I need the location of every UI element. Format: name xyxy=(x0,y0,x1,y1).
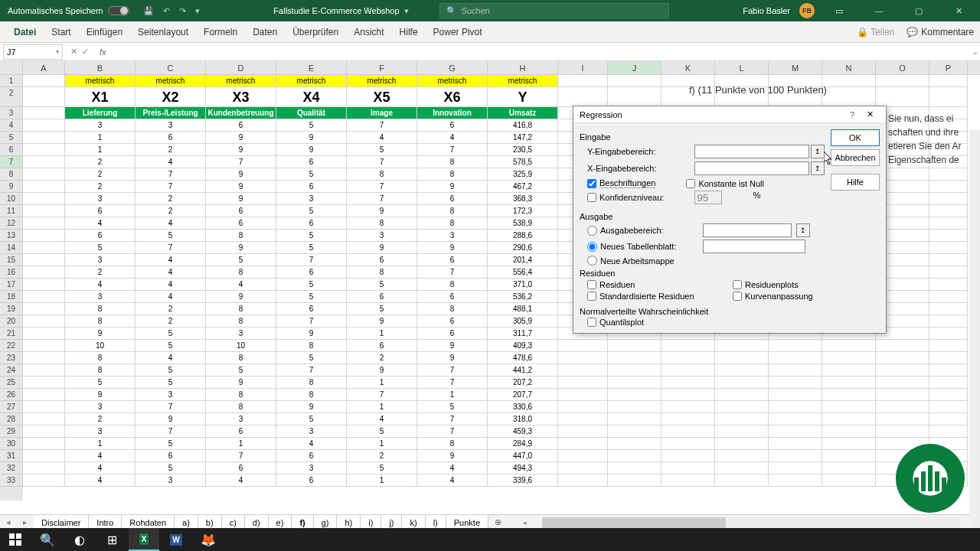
cell-H31[interactable]: 447,0 xyxy=(488,450,558,462)
dialog-help-icon[interactable]: ? xyxy=(844,110,861,119)
cell-A9[interactable] xyxy=(23,181,65,193)
cell-E8[interactable]: 5 xyxy=(276,168,347,181)
cell-H18[interactable]: 536,2 xyxy=(488,291,558,303)
cell-G30[interactable]: 8 xyxy=(417,438,488,450)
cell-C12[interactable]: 4 xyxy=(136,217,206,230)
cell-E32[interactable]: 3 xyxy=(276,462,347,474)
row-header-26[interactable]: 26 xyxy=(0,389,23,401)
cell-F18[interactable]: 6 xyxy=(347,291,417,303)
cell-P19[interactable] xyxy=(929,303,968,315)
cell-L26[interactable] xyxy=(715,389,769,401)
cell-M29[interactable] xyxy=(769,425,822,438)
cell-A17[interactable] xyxy=(23,279,65,291)
cell-B2[interactable]: X1 xyxy=(65,87,136,107)
cell-L27[interactable] xyxy=(715,401,769,413)
col-header-I[interactable]: I xyxy=(558,61,608,74)
cell-G23[interactable]: 9 xyxy=(417,352,488,364)
cell-N33[interactable] xyxy=(822,474,876,487)
cell-E27[interactable]: 9 xyxy=(276,401,347,413)
cell-I24[interactable] xyxy=(558,364,608,377)
cell-E1[interactable]: metrisch xyxy=(276,75,347,87)
ribbon-tab-seitenlayout[interactable]: Seitenlayout xyxy=(130,21,196,43)
taskview-icon[interactable]: ⊞ xyxy=(96,528,127,551)
cancel-formula-icon[interactable]: ✕ xyxy=(70,47,77,57)
row-header-23[interactable]: 23 xyxy=(0,352,23,364)
cell-P15[interactable] xyxy=(929,254,968,266)
cell-D24[interactable]: 5 xyxy=(206,364,276,377)
cell-B20[interactable]: 8 xyxy=(65,315,136,328)
cell-E18[interactable]: 5 xyxy=(276,291,347,303)
cell-F5[interactable]: 4 xyxy=(347,132,417,144)
cell-H22[interactable]: 409,3 xyxy=(488,340,558,352)
cell-F11[interactable]: 9 xyxy=(347,205,417,217)
cell-C10[interactable]: 2 xyxy=(136,193,206,205)
cell-B21[interactable]: 9 xyxy=(65,328,136,340)
cell-E17[interactable]: 5 xyxy=(276,279,347,291)
cell-K23[interactable] xyxy=(662,352,715,364)
row-header-18[interactable]: 18 xyxy=(0,291,23,303)
cell-K32[interactable] xyxy=(662,462,715,474)
cell-M25[interactable] xyxy=(769,377,822,389)
cell-M30[interactable] xyxy=(769,438,822,450)
cell-E33[interactable]: 6 xyxy=(276,474,347,487)
cell-D30[interactable]: 1 xyxy=(206,438,276,450)
cell-A30[interactable] xyxy=(23,438,65,450)
col-header-C[interactable]: C xyxy=(136,61,206,74)
cell-M32[interactable] xyxy=(769,462,822,474)
cell-P26[interactable] xyxy=(929,389,968,401)
cell-I30[interactable] xyxy=(558,438,608,450)
word-taskbar-icon[interactable]: W xyxy=(161,528,191,551)
cell-H9[interactable]: 467,2 xyxy=(488,181,558,193)
cell-E9[interactable]: 6 xyxy=(276,181,347,193)
confidence-value[interactable] xyxy=(694,191,722,204)
cell-P29[interactable] xyxy=(929,425,968,438)
col-header-M[interactable]: M xyxy=(769,61,822,74)
cell-E21[interactable]: 9 xyxy=(276,328,347,340)
formula-input[interactable] xyxy=(113,44,969,60)
cell-D27[interactable]: 8 xyxy=(206,401,276,413)
cell-O28[interactable] xyxy=(876,413,929,425)
user-name[interactable]: Fabio Basler xyxy=(743,6,790,15)
cell-C16[interactable]: 4 xyxy=(136,266,206,279)
cell-B17[interactable]: 4 xyxy=(65,279,136,291)
cell-E20[interactable]: 7 xyxy=(276,315,347,328)
row-header-30[interactable]: 30 xyxy=(0,438,23,450)
cell-D8[interactable]: 9 xyxy=(206,168,276,181)
cell-F10[interactable]: 7 xyxy=(347,193,417,205)
cell-H26[interactable]: 207,7 xyxy=(488,389,558,401)
cell-N31[interactable] xyxy=(822,450,876,462)
cell-H2[interactable]: Y xyxy=(488,87,558,107)
row-header-20[interactable]: 20 xyxy=(0,315,23,328)
cell-H3[interactable]: Umsatz xyxy=(488,107,558,119)
cell-D23[interactable]: 8 xyxy=(206,352,276,364)
cell-G18[interactable]: 6 xyxy=(417,291,488,303)
cell-G4[interactable]: 6 xyxy=(417,119,488,132)
cell-B7[interactable]: 2 xyxy=(65,156,136,168)
cell-A1[interactable] xyxy=(23,75,65,87)
cell-B32[interactable]: 4 xyxy=(65,462,136,474)
cell-E30[interactable]: 4 xyxy=(276,438,347,450)
cell-D6[interactable]: 9 xyxy=(206,144,276,156)
cell-C15[interactable]: 4 xyxy=(136,254,206,266)
redo-icon[interactable]: ↷ xyxy=(179,6,186,16)
cell-C31[interactable]: 6 xyxy=(136,450,206,462)
cell-I32[interactable] xyxy=(558,462,608,474)
cell-K25[interactable] xyxy=(662,377,715,389)
maximize-icon[interactable]: ▢ xyxy=(903,0,934,21)
new-sheet-input[interactable] xyxy=(703,240,805,253)
cell-P20[interactable] xyxy=(929,315,968,328)
cell-P27[interactable] xyxy=(929,401,968,413)
add-sheet-icon[interactable]: ⊕ xyxy=(488,517,508,527)
cell-A20[interactable] xyxy=(23,315,65,328)
cell-P16[interactable] xyxy=(929,266,968,279)
cell-C9[interactable]: 7 xyxy=(136,181,206,193)
cell-D14[interactable]: 9 xyxy=(206,242,276,254)
cell-I25[interactable] xyxy=(558,377,608,389)
cell-D7[interactable]: 7 xyxy=(206,156,276,168)
cell-C32[interactable]: 5 xyxy=(136,462,206,474)
row-header-27[interactable]: 27 xyxy=(0,401,23,413)
vertical-scrollbar[interactable] xyxy=(969,130,980,551)
cell-F16[interactable]: 8 xyxy=(347,266,417,279)
cell-I28[interactable] xyxy=(558,413,608,425)
search-taskbar-icon[interactable]: 🔍 xyxy=(32,528,63,551)
